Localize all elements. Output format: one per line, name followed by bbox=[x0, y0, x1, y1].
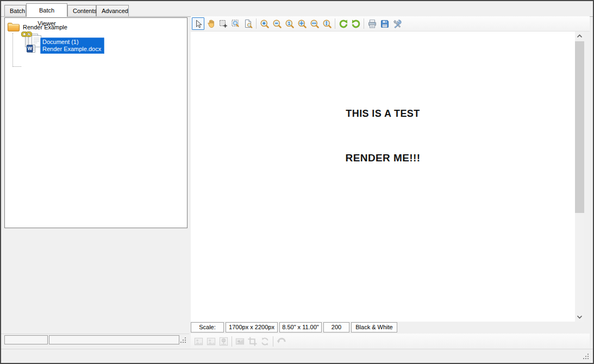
rotate-right-button[interactable] bbox=[349, 17, 362, 30]
page-preview-button[interactable] bbox=[242, 17, 254, 30]
save-button[interactable] bbox=[378, 17, 391, 30]
tab-advanced[interactable]: Advanced bbox=[96, 5, 129, 16]
hand-pan-button[interactable] bbox=[204, 17, 217, 30]
zoom-fit-height-button[interactable] bbox=[321, 17, 333, 30]
tree-item-document[interactable]: Document (1) Render Example.docx bbox=[40, 37, 104, 54]
tab-contents[interactable]: Contents bbox=[67, 5, 96, 16]
tab-batch-viewer[interactable]: Batch Viewer bbox=[26, 3, 67, 17]
zoom-fit-page-button[interactable] bbox=[296, 17, 308, 30]
viewer-status-bar: Scale: 42% 1700px x 2200px 8.50" x 11.00… bbox=[191, 322, 397, 332]
print-icon bbox=[367, 19, 377, 29]
tools-button[interactable] bbox=[391, 17, 403, 30]
document-node-icons: W bbox=[19, 30, 43, 55]
picture-pin-icon bbox=[218, 336, 229, 347]
picture-button[interactable] bbox=[192, 335, 205, 348]
tab-batch-label: Batch bbox=[10, 8, 25, 14]
status-dpi: 200 DPI bbox=[323, 322, 349, 332]
zoom-fit-width-icon bbox=[310, 19, 320, 29]
scroll-down-button[interactable] bbox=[575, 312, 584, 322]
refresh-icon bbox=[260, 336, 270, 347]
rotate-left-icon bbox=[339, 19, 348, 29]
progress-panel-small bbox=[4, 335, 48, 344]
window-resize-grip[interactable] bbox=[583, 353, 589, 360]
left-panel-separator bbox=[1, 334, 189, 334]
status-dimensions-px: 1700px x 2200px bbox=[226, 322, 278, 332]
image-edit-toolbar bbox=[191, 334, 590, 349]
undo-button[interactable] bbox=[275, 335, 287, 348]
picture-icon bbox=[193, 336, 204, 347]
save-icon bbox=[380, 19, 390, 29]
left-resize-grip[interactable] bbox=[180, 337, 186, 343]
zoom-in-button[interactable] bbox=[258, 17, 271, 30]
brightness-contrast-icon bbox=[235, 336, 245, 347]
undo-icon bbox=[276, 336, 287, 347]
picture-2-icon bbox=[206, 336, 216, 347]
zoom-selection-icon bbox=[231, 19, 240, 28]
chevron-up-icon bbox=[577, 34, 583, 38]
toolbar-separator bbox=[232, 336, 232, 347]
tools-icon bbox=[392, 19, 402, 29]
image-viewer: THIS IS A TEST RENDER ME!!! bbox=[191, 32, 590, 322]
vertical-scrollbar[interactable] bbox=[575, 32, 584, 322]
brightness-contrast-button[interactable] bbox=[234, 335, 246, 348]
tab-batch[interactable]: Batch bbox=[4, 5, 26, 16]
status-dimensions-in: 8.50" x 11.00" bbox=[279, 322, 322, 332]
zoom-selection-button[interactable] bbox=[229, 17, 242, 30]
batch-tree-panel: Render Example bbox=[4, 17, 187, 228]
status-color-mode: Black & White bbox=[351, 322, 397, 332]
refresh-button[interactable] bbox=[259, 335, 271, 348]
tree-item-document-filename: Render Example.docx bbox=[42, 46, 102, 53]
toolbar-separator bbox=[335, 18, 335, 29]
zoom-fit-page-icon bbox=[297, 19, 307, 29]
print-button[interactable] bbox=[366, 17, 378, 30]
document-text-line2: RENDER ME!!! bbox=[191, 152, 575, 164]
tab-contents-label: Contents bbox=[73, 8, 97, 14]
zoom-fit-width-button[interactable] bbox=[308, 17, 321, 30]
word-document-icon: W bbox=[27, 44, 36, 53]
svg-text:1: 1 bbox=[287, 20, 290, 26]
zoom-actual-size-button[interactable]: 1 bbox=[283, 17, 296, 30]
viewer-toolbar: 1 bbox=[191, 16, 590, 32]
crop-icon bbox=[247, 336, 258, 347]
document-page[interactable]: THIS IS A TEST RENDER ME!!! bbox=[191, 32, 575, 322]
zoom-fit-height-icon bbox=[322, 19, 332, 29]
status-scale: Scale: 42% bbox=[191, 322, 224, 332]
select-region-button[interactable] bbox=[217, 17, 229, 30]
toolbar-separator bbox=[273, 336, 273, 347]
crop-button[interactable] bbox=[246, 335, 259, 348]
folder-icon bbox=[7, 22, 20, 33]
zoom-out-icon bbox=[272, 19, 282, 29]
pointer-tool-button[interactable] bbox=[192, 17, 204, 30]
pointer-icon bbox=[193, 19, 203, 28]
toolbar-separator bbox=[364, 18, 364, 29]
progress-panel-large bbox=[49, 335, 179, 344]
hand-pan-icon bbox=[206, 19, 215, 28]
window-status-strip bbox=[1, 349, 593, 363]
picture-pin-button[interactable] bbox=[217, 335, 230, 348]
tab-advanced-label: Advanced bbox=[102, 8, 128, 14]
link-chain-icon bbox=[21, 31, 32, 37]
scroll-up-button[interactable] bbox=[575, 32, 584, 41]
application-window: Batch Batch Viewer Contents Advanced Ren… bbox=[0, 0, 594, 364]
chevron-down-icon bbox=[577, 315, 583, 319]
rotate-right-icon bbox=[351, 19, 361, 29]
select-region-icon bbox=[218, 19, 228, 28]
zoom-actual-size-icon: 1 bbox=[285, 19, 295, 29]
scrollbar-thumb[interactable] bbox=[575, 41, 584, 213]
tree-item-document-title: Document (1) bbox=[42, 39, 102, 46]
rotate-left-button[interactable] bbox=[337, 17, 349, 30]
svg-text:W: W bbox=[27, 46, 32, 51]
zoom-out-button[interactable] bbox=[271, 17, 283, 30]
tab-batch-viewer-label: Batch Viewer bbox=[37, 7, 55, 27]
document-text-line1: THIS IS A TEST bbox=[191, 108, 575, 120]
picture-2-button[interactable] bbox=[205, 335, 217, 348]
zoom-in-icon bbox=[260, 19, 270, 29]
page-preview-icon bbox=[243, 19, 253, 28]
toolbar-separator bbox=[256, 18, 257, 29]
